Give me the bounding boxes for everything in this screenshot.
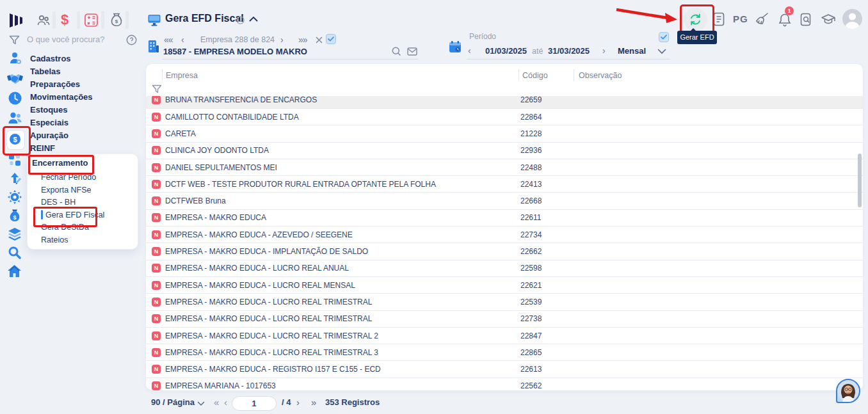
next-page-button[interactable]: › xyxy=(296,397,300,408)
period-underline xyxy=(467,59,670,60)
chevron-down-icon[interactable] xyxy=(657,49,666,54)
period-end-date[interactable]: 31/03/2025 xyxy=(548,46,590,56)
period-mode-select[interactable]: Mensal xyxy=(618,46,646,56)
table-row[interactable]: NEMPRESA - MAKRO EDUCA - LUCRO REAL ANUA… xyxy=(146,260,863,277)
pg-icon[interactable]: PG xyxy=(733,13,748,24)
table-row[interactable]: NEMPRESA - MAKRO EDUCA - LUCRO REAL TRIM… xyxy=(146,311,863,328)
search-input[interactable] xyxy=(26,34,124,45)
file-search-icon[interactable] xyxy=(800,13,812,26)
prev-company-button[interactable]: ‹ xyxy=(181,35,184,45)
calculator-icon[interactable] xyxy=(84,13,99,28)
submenu-item[interactable]: DES - BH xyxy=(41,196,76,208)
table-row[interactable]: NDCTFWEB Bruna22668 xyxy=(146,193,863,209)
search-company-icon[interactable] xyxy=(392,47,401,56)
submenu-item[interactable]: Fechar Período xyxy=(41,171,96,183)
home-icon[interactable] xyxy=(8,265,21,277)
envelope-icon[interactable] xyxy=(407,47,417,56)
sidebar-menu-item[interactable]: Tabelas xyxy=(30,65,60,78)
users-icon[interactable] xyxy=(36,13,51,28)
search-nav-icon[interactable] xyxy=(8,246,21,259)
annotation-arrow xyxy=(611,4,682,24)
broom-icon[interactable] xyxy=(755,12,769,26)
table-row[interactable]: NEMPRESA - MAKRO EDUCA - LUCRO REAL MENS… xyxy=(146,277,863,294)
table-scrollbar[interactable] xyxy=(858,154,862,207)
per-page-chevron-icon[interactable] xyxy=(197,401,205,406)
column-separator xyxy=(518,69,519,81)
person-gear-icon[interactable] xyxy=(9,51,23,65)
page-number-input[interactable] xyxy=(232,396,277,411)
filter-icon[interactable] xyxy=(9,35,20,45)
document-icon[interactable] xyxy=(713,12,725,26)
cell-empresa: DCTFWEB Bruna xyxy=(165,196,520,205)
clock-icon[interactable] xyxy=(8,92,22,105)
table-row[interactable]: NCLINICA JOY ODONTO LTDA22936 xyxy=(146,143,863,159)
column-separator xyxy=(574,69,574,81)
table-row[interactable]: NEMPRESA - MAKRO EDUCA - IMPLANTAÇÃO DE … xyxy=(146,243,863,260)
per-page-select[interactable]: 90 / Página xyxy=(151,397,195,407)
table-row[interactable]: NBRUNA TRANSFERENCIA DE ENCARGOS22659 xyxy=(146,96,863,109)
column-header-empresa[interactable]: Empresa xyxy=(166,71,198,80)
dollar-icon[interactable]: $ xyxy=(61,12,68,28)
cell-codigo: 22413 xyxy=(520,180,577,189)
sidebar-menu-item[interactable]: REINF xyxy=(30,142,55,155)
submenu-item[interactable]: Gera EFD Fiscal xyxy=(41,209,104,221)
first-company-button[interactable]: «« xyxy=(164,35,173,45)
sidebar-menu-item[interactable]: Apuração xyxy=(30,129,68,142)
table-row[interactable]: NEMPRESA MARIANA - 101765322562 xyxy=(146,378,863,390)
chevron-up-icon[interactable] xyxy=(249,16,258,22)
next-period-button[interactable]: › xyxy=(602,45,605,56)
last-company-button[interactable]: »» xyxy=(298,35,307,45)
next-company-button[interactable]: › xyxy=(280,35,283,45)
table-row[interactable]: NEMPRESA - MAKRO EDUCA - REGISTRO I157 E… xyxy=(146,361,863,378)
handshake-icon[interactable] xyxy=(7,73,23,84)
row-type-badge: N xyxy=(152,365,161,374)
table-row[interactable]: NEMPRESA - MAKRO EDUCA - AZEVEDO / SEEGE… xyxy=(146,227,863,243)
sidebar-menu-item[interactable]: Especiais xyxy=(30,116,68,129)
graduation-cap-icon[interactable] xyxy=(821,13,836,26)
submenu-title-encerramento[interactable]: Encerramento xyxy=(32,158,88,168)
submenu-item[interactable]: Gera DeStDa xyxy=(41,221,89,233)
layers-icon[interactable] xyxy=(8,228,22,241)
close-icon[interactable] xyxy=(316,36,323,44)
table-row[interactable]: NDANIEL SEPULTAMENTOS MEI22488 xyxy=(146,159,863,176)
table-row[interactable]: NCAMILLOTTO CONTABILIDADE LTDA22864 xyxy=(146,109,863,125)
table-row[interactable]: NEMPRESA - MAKRO EDUCA - LUCRO REAL TRIM… xyxy=(146,344,863,361)
table-row[interactable]: NDCTF WEB - TESTE PRODUTOR RURAL ENTRADA… xyxy=(146,176,863,193)
money-bag-icon[interactable]: $ xyxy=(109,12,124,28)
apuracao-dollar-icon[interactable]: $ xyxy=(6,130,25,150)
chat-widget-avatar[interactable] xyxy=(836,379,860,403)
table-row[interactable]: NEMPRESA - MAKRO EDUCA - LUCRO REAL TRIM… xyxy=(146,294,863,310)
sidebar-menu-item[interactable]: Cadastros xyxy=(30,52,71,65)
trend-up-icon[interactable] xyxy=(10,171,21,186)
period-checkbox[interactable] xyxy=(659,32,669,42)
period-until-label: até xyxy=(532,47,543,56)
table-row[interactable]: NEMPRESA - MAKRO EDUCA - LUCRO REAL TRIM… xyxy=(146,328,863,344)
cell-empresa: DANIEL SEPULTAMENTOS MEI xyxy=(165,163,520,172)
money-bag-blue-icon[interactable]: $ xyxy=(8,209,21,223)
user-avatar[interactable] xyxy=(842,9,862,29)
people-icon[interactable] xyxy=(8,112,22,124)
prev-page-button[interactable]: ‹ xyxy=(224,397,227,408)
column-header-codigo[interactable]: Código xyxy=(522,71,548,80)
gear-icon[interactable] xyxy=(8,190,22,204)
submenu-item[interactable]: Exporta NFSe xyxy=(41,184,92,196)
table-filter-icon[interactable] xyxy=(152,84,162,94)
help-icon[interactable] xyxy=(126,35,137,45)
app-logo[interactable] xyxy=(8,12,25,29)
notification-badge: 1 xyxy=(785,6,794,15)
last-page-button[interactable]: » xyxy=(311,397,316,408)
company-checkbox[interactable] xyxy=(326,34,336,44)
table-row[interactable]: NCARETA21228 xyxy=(146,125,863,142)
first-page-button[interactable]: « xyxy=(214,397,219,408)
sidebar-menu-item[interactable]: Preparações xyxy=(30,78,80,91)
period-start-date[interactable]: 01/03/2025 xyxy=(485,46,527,56)
table-row[interactable]: NEMPRESA - MAKRO EDUCA22611 xyxy=(146,210,863,227)
blocks-icon[interactable] xyxy=(8,154,21,166)
info-icon[interactable] xyxy=(236,16,245,24)
column-header-observacao[interactable]: Observação xyxy=(579,71,622,80)
submenu-item[interactable]: Rateios xyxy=(41,234,68,246)
sidebar-menu-item[interactable]: Movimentações xyxy=(30,91,93,104)
prev-period-button[interactable]: ‹ xyxy=(468,45,470,56)
company-name[interactable]: 18587 - EMPRESA MODELO MAKRO xyxy=(163,47,307,56)
sidebar-menu-item[interactable]: Estoques xyxy=(30,104,68,116)
